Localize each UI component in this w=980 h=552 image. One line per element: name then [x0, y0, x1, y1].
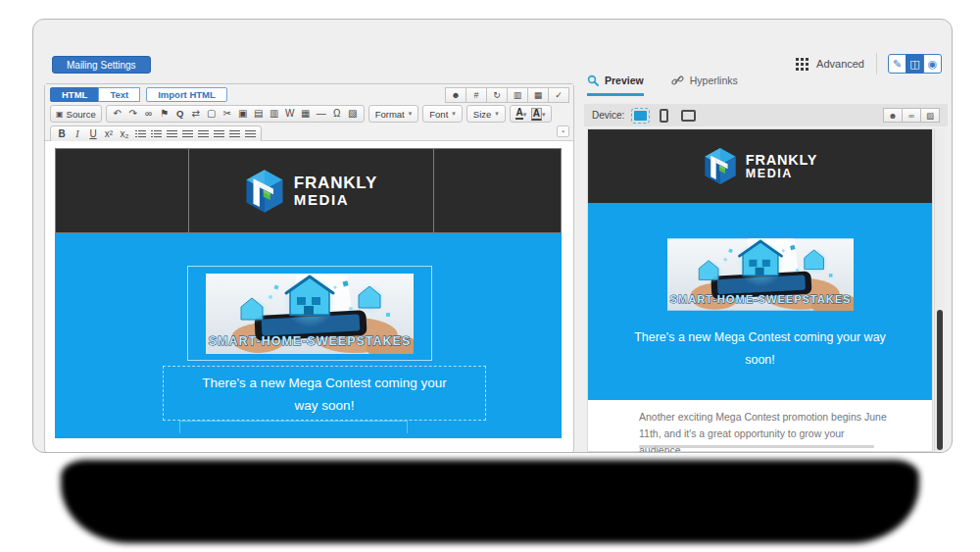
paste-text-icon[interactable]: ▥	[269, 107, 280, 121]
brand-line-2: MEDIA	[294, 192, 377, 207]
split-view-button[interactable]: ◫	[906, 54, 924, 74]
email-header-block[interactable]: FRANKLY MEDIA	[55, 148, 562, 233]
window-toolbar: Advanced ✎◫◉	[796, 53, 942, 75]
justify-icon[interactable]	[244, 127, 256, 141]
horizontal-rule-icon[interactable]: ―	[316, 107, 327, 121]
refresh-content-button[interactable]: ↻	[486, 87, 508, 103]
decrease-indent-icon[interactable]	[166, 127, 177, 141]
device-bar: Device: ☻∞▧	[584, 104, 948, 126]
size-dropdown[interactable]: Size▾	[466, 105, 506, 123]
preview-email-header: FRANKLY MEDIA	[588, 129, 932, 203]
svg-text:SMART-HOME-SWEEPSTAKES: SMART-HOME-SWEEPSTAKES	[209, 334, 412, 348]
undo-icon[interactable]: ↶	[112, 107, 123, 121]
superscript-icon[interactable]: x²	[103, 127, 115, 141]
email-image-block[interactable]: SMART-HOME-SWEEPSTAKES	[187, 266, 432, 361]
magnifier-icon	[587, 75, 599, 86]
merge-field-button[interactable]: #	[466, 87, 487, 103]
mailing-settings-button[interactable]: Mailing Settings	[52, 56, 151, 74]
table-cell-border	[433, 149, 434, 232]
device-desktop-button[interactable]	[634, 111, 647, 121]
toolbar-icon-group: ↶↷∞⚑Q⇄▢✂▣▤▥W▦―Ω▨	[106, 105, 365, 123]
font-dropdown-label: Font	[429, 109, 448, 120]
format-dropdown[interactable]: Format▾	[368, 105, 419, 123]
email-body-section[interactable]: SMART-HOME-SWEEPSTAKES There's a new Meg…	[55, 233, 562, 438]
spellcheck-button[interactable]: ✓	[548, 87, 569, 103]
align-center-icon[interactable]	[213, 127, 224, 141]
edit-mode-button[interactable]: ✎	[888, 54, 906, 74]
numbered-list-icon[interactable]	[134, 127, 146, 141]
content-library-button[interactable]: ▥	[507, 87, 528, 103]
person-button[interactable]: ☻	[883, 108, 903, 123]
device-mobile-button[interactable]	[660, 109, 668, 123]
collapse-toolbar-button[interactable]: ▪	[557, 125, 569, 137]
align-center-glyph	[214, 130, 224, 138]
scrollbar-thumb[interactable]	[937, 310, 943, 450]
device-selector	[634, 109, 696, 123]
editor-panel: HTMLTextImport HTML ☻#↻▥▦✓ ▣ Source ↶↷∞⚑…	[44, 83, 574, 453]
redo-icon[interactable]: ↷	[127, 107, 139, 121]
bold-icon[interactable]: B	[56, 127, 68, 141]
bulleted-list-icon[interactable]	[150, 127, 162, 141]
find-icon[interactable]: Q	[174, 107, 186, 121]
image-icon[interactable]: ▨	[347, 107, 359, 121]
sweepstakes-image[interactable]: SMART-HOME-SWEEPSTAKES	[206, 274, 414, 354]
preview-headline-text: There's a new Mega Contest coming your w…	[588, 326, 932, 372]
frankly-media-logo-icon	[244, 169, 285, 214]
preview-scrollbar[interactable]	[934, 128, 945, 452]
increase-indent-glyph	[182, 130, 193, 138]
advanced-button[interactable]: Advanced	[796, 58, 864, 71]
share-button[interactable]: ∞	[902, 108, 921, 123]
paste-word-icon[interactable]: W	[284, 107, 296, 121]
preview-tab-hyperlinks[interactable]: Hyperlinks	[671, 75, 738, 93]
divider	[876, 53, 877, 75]
chain-icon	[671, 75, 684, 86]
select-all-icon[interactable]: ▢	[206, 107, 218, 121]
text-color-icon: A	[515, 108, 522, 120]
preview-canvas: FRANKLY MEDIA SMART-HOME-SWEEPSTAKES The…	[587, 128, 933, 452]
link-icon[interactable]: ∞	[143, 107, 155, 121]
editor-tab-text[interactable]: Text	[98, 87, 140, 102]
align-right-icon[interactable]	[228, 127, 240, 141]
format-dropdown-label: Format	[375, 109, 405, 120]
anchor-icon[interactable]: ⚑	[159, 107, 171, 121]
preview-mode-button[interactable]: ◉	[923, 54, 942, 74]
chevron-down-icon: ▾	[542, 111, 546, 118]
size-dropdown-label: Size	[473, 109, 491, 120]
preview-tab-preview[interactable]: Preview	[587, 75, 644, 96]
underline-icon[interactable]: U	[87, 127, 99, 141]
replace-icon[interactable]: ⇄	[190, 107, 202, 121]
images-off-button[interactable]: ▧	[920, 108, 940, 123]
bg-color-button[interactable]: A▾	[531, 107, 546, 121]
italic-icon[interactable]: I	[72, 127, 83, 141]
text-color-button[interactable]: A▾	[515, 107, 527, 121]
email-headline-text: There's a new Mega Contest coming your w…	[164, 372, 485, 417]
increase-indent-icon[interactable]	[181, 127, 193, 141]
preview-email-footer: Another exciting Mega Contest promotion …	[588, 400, 932, 451]
align-left-icon[interactable]	[197, 127, 209, 141]
preview-action-buttons: ☻∞▧	[884, 108, 940, 123]
paste-icon[interactable]: ▤	[253, 107, 265, 121]
editor-tab-import-html[interactable]: Import HTML	[146, 87, 227, 102]
table-icon[interactable]: ▦	[300, 107, 312, 121]
chevron-down-icon: ▾	[495, 110, 499, 118]
bg-color-icon: A	[531, 108, 542, 121]
editor-toolbar-area: HTMLTextImport HTML ☻#↻▥▦✓ ▣ Source ↶↷∞⚑…	[45, 84, 573, 141]
copy-icon[interactable]: ▣	[237, 107, 249, 121]
source-label: Source	[67, 109, 96, 120]
decrease-indent-glyph	[167, 130, 177, 138]
cut-icon[interactable]: ✂	[221, 107, 233, 121]
device-tablet-button[interactable]	[681, 110, 696, 122]
special-char-icon[interactable]: Ω	[331, 107, 343, 121]
editor-canvas[interactable]: FRANKLY MEDIA SMART-HOME-SWEEPSTAKES The…	[45, 141, 573, 451]
view-mode-toggle-group: ✎◫◉	[889, 54, 942, 74]
email-logo-cell[interactable]: FRANKLY MEDIA	[188, 149, 433, 232]
email-headline-block[interactable]: There's a new Mega Contest coming your w…	[163, 366, 486, 421]
subscript-icon[interactable]: x₂	[119, 127, 130, 141]
layout-grid-button[interactable]: ▦	[527, 87, 549, 103]
editor-tab-html[interactable]: HTML	[50, 87, 99, 102]
app-window: Mailing Settings Advanced ✎◫◉ HTMLTextIm…	[32, 19, 953, 453]
source-button[interactable]: ▣ Source	[50, 105, 102, 123]
personalization-button[interactable]: ☻	[445, 87, 466, 103]
brand-line-1: FRANKLY	[294, 175, 377, 191]
font-dropdown[interactable]: Font▾	[422, 105, 463, 123]
